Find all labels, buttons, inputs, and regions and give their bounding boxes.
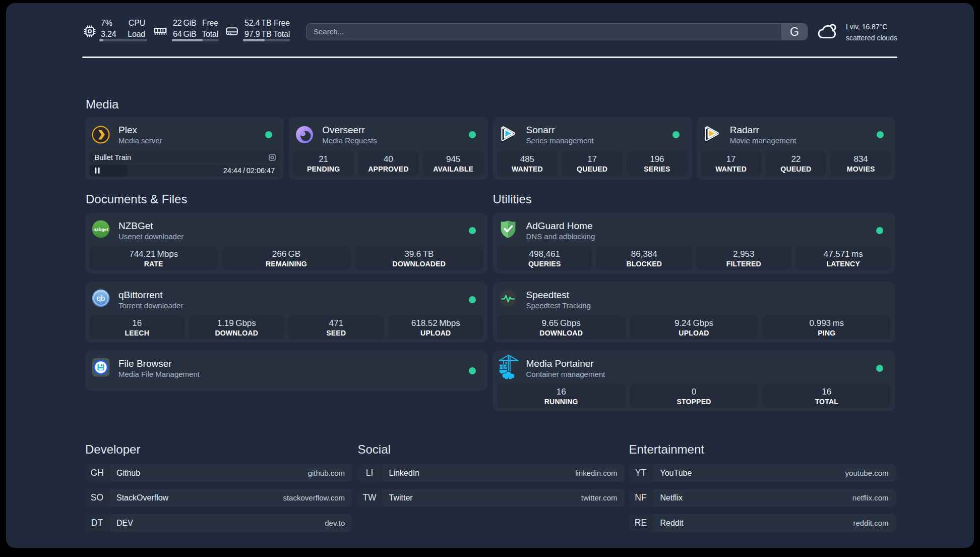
svg-text:nzbget: nzbget <box>93 227 108 232</box>
svg-text:qb: qb <box>97 294 105 302</box>
